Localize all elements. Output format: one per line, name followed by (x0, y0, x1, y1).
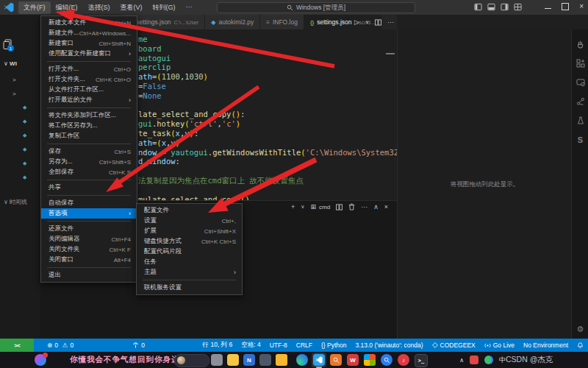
maximize-panel-button[interactable]: ∧ (373, 203, 379, 210)
beaker-icon[interactable] (575, 115, 586, 126)
remote-indicator[interactable]: >< (0, 339, 34, 352)
file-menu-item-open-file[interactable]: 打开文件...Ctrl+O (41, 64, 137, 74)
tree-python-file-0[interactable]: ◆ (23, 105, 26, 110)
toggle-panel-icon[interactable] (487, 3, 495, 11)
run-button[interactable]: ▷ (354, 18, 359, 26)
preferences-item-themes[interactable]: 主题› (137, 267, 242, 277)
close-panel-button[interactable]: × (384, 203, 388, 210)
customize-layout-icon[interactable] (514, 3, 522, 11)
preferences-item-settings[interactable]: 设置Ctrl+, (137, 216, 242, 226)
status-environment[interactable]: No Environment (519, 342, 573, 349)
tree-python-file-3[interactable]: ◆ (23, 146, 26, 152)
file-menu-item-new-file[interactable]: 新建文件...Ctrl+Alt+Windows... (41, 28, 137, 38)
tree-python-file-5[interactable]: ◆ (23, 174, 26, 180)
tray-status-dot[interactable] (484, 355, 493, 364)
tray-red-app[interactable] (470, 355, 478, 364)
restore-button[interactable] (562, 3, 569, 10)
tree-python-file-2[interactable]: ◆ (23, 132, 26, 138)
file-menu-item-auto-save[interactable]: 自动保存 (41, 198, 137, 208)
timeline-section-row[interactable]: ∨ 时间线 (4, 198, 39, 206)
command-center[interactable]: Windows [管理员] (217, 2, 415, 13)
tree-python-file-4[interactable]: ◆ (23, 160, 26, 166)
ime-indicator[interactable]: 中 (499, 355, 506, 365)
remote-screen-icon[interactable] (575, 77, 586, 88)
file-menu-item-close-editor[interactable]: 关闭编辑器Ctrl+F4 (41, 234, 137, 244)
toggle-sidebar-icon[interactable] (474, 3, 482, 11)
netease-music[interactable]: ♪ (398, 354, 409, 366)
folder[interactable] (276, 354, 287, 366)
kill-terminal-button[interactable] (348, 203, 355, 210)
menubar-item-goto-menu[interactable]: 转到(G) (148, 1, 181, 14)
preferences-item-profiles[interactable]: 配置文件 (137, 205, 242, 216)
preferences-item-keyboard-shortcuts[interactable]: 键盘快捷方式Ctrl+K Ctrl+S (137, 236, 242, 247)
preferences-item-snippets[interactable]: 配置代码片段 (137, 247, 242, 257)
file-menu-item-add-folder-to-workspace[interactable]: 将文件夹添加到工作区... (41, 110, 137, 121)
status-eol[interactable]: CRLF (292, 342, 317, 349)
file-menu-item-open-recent[interactable]: 打开最近的文件› (41, 95, 137, 105)
workspace-folder-row[interactable]: ∨ WI (4, 60, 17, 67)
everything-search[interactable] (330, 354, 342, 366)
file-menu-item-open-folder[interactable]: 打开文件夹...Ctrl+K Ctrl+O (41, 74, 137, 85)
status-codegeex[interactable]: CODEGEEX (428, 342, 480, 349)
terminal-profile-dropdown[interactable]: ∨ (301, 204, 304, 210)
tree-folder-row-1[interactable]: > (12, 91, 16, 97)
preferences-item-extensions[interactable]: 扩展Ctrl+Shift+X (137, 226, 242, 236)
sticky-notes[interactable] (227, 354, 239, 366)
file-menu-item-save-all[interactable]: 全部保存Ctrl+K S (41, 167, 137, 177)
status-notifications[interactable] (573, 342, 588, 349)
share-icon[interactable] (575, 96, 586, 107)
file-menu-item-revert-file[interactable]: 还原文件 (41, 224, 137, 234)
status-encoding[interactable]: UTF-8 (265, 342, 292, 349)
tab-autokimi2-py[interactable]: ◆autokimi2.py (205, 15, 260, 29)
menubar-item-edit-menu[interactable]: 编辑(E) (51, 1, 83, 14)
status-cursor-position[interactable]: 行 10, 列 6 (198, 341, 237, 350)
ports-indicator[interactable]: 0 (128, 342, 149, 349)
secondary-sidebar[interactable]: 将视图拖动到此处显示。 (397, 29, 572, 339)
file-menu-item-close-window[interactable]: 关闭窗口Alt+F4 (41, 255, 137, 265)
minimize-button[interactable] (545, 8, 551, 9)
file-menu-item-duplicate-workspace[interactable]: 复制工作区 (41, 131, 137, 141)
app-window[interactable] (211, 354, 223, 366)
tab-info-log[interactable]: ≡INFO.log (260, 15, 304, 29)
vscode[interactable] (313, 354, 325, 366)
menubar-item-file-menu[interactable]: 文件(F) (18, 1, 51, 14)
terminal-launch-profile[interactable]: ⊞ (310, 203, 316, 210)
s-icon[interactable]: S (575, 134, 586, 145)
file-menu-item-save-workspace-as[interactable]: 将工作区另存为... (41, 121, 137, 131)
tree-folder-row-0[interactable]: > (12, 77, 16, 83)
taskbar-search[interactable] (174, 354, 209, 367)
app-blue[interactable]: N (243, 354, 255, 366)
status-python-interpreter[interactable]: 3.13.0 ('winauto': conda) (351, 342, 427, 349)
menubar-item-menubar-overflow[interactable]: ··· (181, 1, 198, 14)
app-slate[interactable] (259, 354, 271, 366)
split-editor-button[interactable] (375, 19, 381, 26)
run-dropdown[interactable]: ∨ (365, 19, 369, 25)
hand-icon[interactable] (575, 38, 586, 49)
preferences-item-online-services[interactable]: 联机服务设置 (137, 283, 242, 293)
file-menu-item-close-folder[interactable]: 关闭文件夹Ctrl+K F (41, 244, 137, 255)
menubar-item-selection-menu[interactable]: 选择(S) (83, 1, 115, 14)
file-menu-item-open-workspace-from-file[interactable]: 从文件打开工作区... (41, 85, 137, 95)
edge-browser[interactable] (296, 354, 308, 366)
file-menu-item-new-window[interactable]: 新建窗口Ctrl+Shift+N (41, 38, 137, 49)
toggle-secondary-sidebar-icon[interactable] (501, 3, 509, 11)
file-menu-item-preferences[interactable]: 首选项› (41, 208, 137, 219)
terminal-app[interactable]: >_ (415, 354, 428, 367)
problems-indicator[interactable]: ⊗ 0 ⚠ 0 (43, 342, 78, 349)
preferences-item-tasks[interactable]: 任务 (137, 257, 242, 267)
new-terminal-button[interactable]: + (291, 203, 295, 210)
file-menu-item-new-window-with-profile[interactable]: 使用配置文件新建窗口› (41, 49, 137, 59)
gear-icon[interactable]: ⚙ (575, 324, 586, 335)
file-menu-item-save-as[interactable]: 另存为...Ctrl+Shift+S (41, 157, 137, 167)
status-go-live[interactable]: Go Live (480, 342, 519, 349)
tree-python-file-1[interactable]: ◆ (23, 118, 26, 124)
file-menu-item-exit[interactable]: 退出 (41, 270, 137, 280)
close-button[interactable]: × (579, 2, 584, 10)
wps-office[interactable]: W (347, 354, 359, 366)
editor-more-button[interactable]: ··· (387, 18, 394, 26)
menubar-item-view-menu[interactable]: 查看(V) (115, 1, 148, 14)
extensions-icon[interactable] (575, 57, 586, 68)
file-menu-item-save[interactable]: 保存Ctrl+S (41, 146, 137, 157)
file-menu-item-new-text-file[interactable]: 新建文本文件Ctrl+N (41, 18, 137, 28)
file-menu-item-share[interactable]: 共享 (41, 183, 137, 193)
